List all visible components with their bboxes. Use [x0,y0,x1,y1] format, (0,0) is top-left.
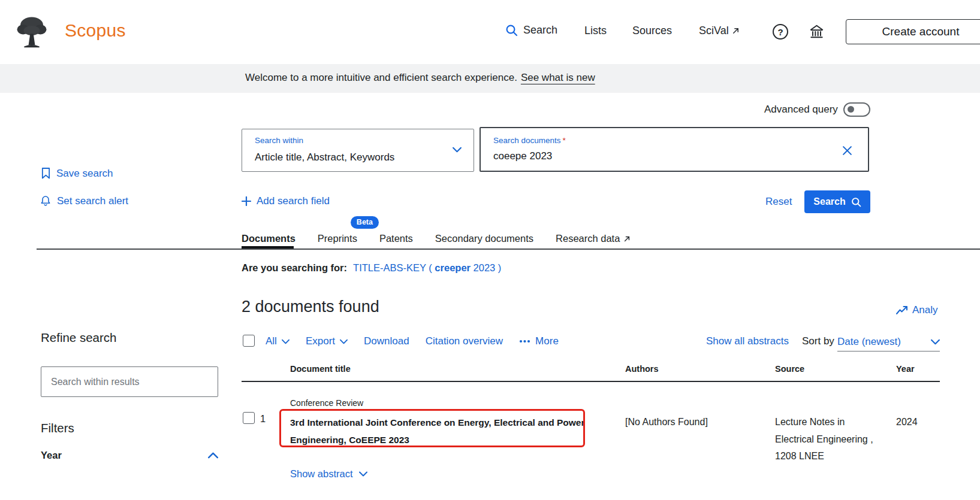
query-suggestion: Are you searching for: TITLE-ABS-KEY ( c… [242,262,501,274]
brand-wordmark: Scopus [65,20,126,41]
search-icon [505,24,518,37]
column-header-title: Document title [290,364,351,374]
chevron-up-icon [208,452,218,459]
export-dropdown[interactable]: Export [306,335,348,347]
results-count: 2 documents found [242,298,379,316]
set-search-alert-button[interactable]: Set search alert [40,195,128,207]
tabs-divider [37,249,980,250]
authors-cell: [No Authors Found] [625,414,708,431]
toggle-knob [848,106,854,113]
result-tabs: Documents Preprints Beta Patents Seconda… [242,233,631,244]
search-within-label: Search within [255,136,303,145]
banner-message: Welcome to a more intuitive and efficien… [245,72,517,84]
create-account-button[interactable]: Create account [846,19,980,44]
advanced-query-label: Advanced query [764,104,838,116]
chevron-down-icon [931,339,940,345]
tab-preprints-label: Preprints [318,233,357,244]
add-search-field-button[interactable]: Add search field [242,195,330,207]
search-within-results-input[interactable] [41,366,218,397]
search-submit-button[interactable]: Search [804,190,870,213]
tab-patents[interactable]: Patents [379,233,413,244]
sort-dropdown[interactable]: Date (newest) [837,333,940,351]
document-type: Conference Review [290,398,363,408]
search-documents-field[interactable]: Search documents* [480,127,869,172]
save-search-label: Save search [56,168,113,180]
tab-research-data-label: Research data [556,233,620,244]
filter-year-label: Year [41,450,62,461]
search-within-select[interactable]: Search within Article title, Abstract, K… [242,129,474,172]
document-title-link[interactable]: 3rd International Joint Conference on En… [290,414,590,449]
source-cell: Lecture Notes in Electrical Engineering … [775,414,881,465]
column-header-year: Year [896,364,915,374]
analyze-results-link[interactable]: Analy [896,304,938,316]
nav-sources[interactable]: Sources [632,25,672,37]
institution-icon[interactable] [809,24,825,40]
nav-lists[interactable]: Lists [584,25,607,37]
column-header-source: Source [775,364,804,374]
nav-search[interactable]: Search [505,24,557,37]
save-search-button[interactable]: Save search [41,167,113,180]
query-pre: TITLE-ABS-KEY ( [353,262,435,273]
more-dropdown[interactable]: More [519,335,559,347]
download-button[interactable]: Download [364,335,409,347]
select-all-checkbox[interactable] [243,335,255,347]
tab-documents[interactable]: Documents [242,233,295,244]
chevron-down-icon [340,339,348,344]
beta-badge: Beta [351,216,379,229]
elsevier-tree-logo [14,14,49,49]
analyze-results-label: Analy [912,304,938,316]
clear-input-icon[interactable] [842,146,852,156]
chevron-down-icon [282,339,290,344]
bell-icon [40,195,52,207]
plus-icon [242,196,251,206]
search-button-magnifier-icon [851,197,861,207]
reset-button[interactable]: Reset [765,196,792,208]
external-link-icon [623,235,631,243]
filters-heading: Filters [41,421,74,435]
search-documents-label-text: Search documents [493,136,561,145]
tab-secondary-documents[interactable]: Secondary documents [435,233,533,244]
required-asterisk: * [563,136,566,145]
export-label: Export [306,335,335,347]
chevron-down-icon [359,471,367,477]
add-search-field-label: Add search field [257,195,330,207]
scopus-page: Scopus Search Lists Sources SciVal ? Cre… [0,0,980,500]
suggested-query-link[interactable]: TITLE-ABS-KEY ( creeper 2023 ) [353,262,501,274]
more-label: More [535,335,559,347]
search-within-value: Article title, Abstract, Keywords [255,151,394,163]
set-search-alert-label: Set search alert [57,195,128,207]
help-icon[interactable]: ? [773,24,788,40]
row-checkbox[interactable] [243,412,255,424]
nav-search-label: Search [523,24,557,37]
select-all-label: All [266,335,277,347]
active-tab-underline [242,246,294,249]
bookmark-icon [41,167,51,180]
filter-year-toggle[interactable]: Year [41,450,218,461]
refine-search-heading: Refine search [41,331,116,345]
search-documents-input[interactable] [493,150,817,162]
citation-overview-button[interactable]: Citation overview [426,335,503,347]
line-chart-icon [896,305,908,316]
search-button-label: Search [813,196,845,207]
show-all-abstracts-button[interactable]: Show all abstracts [706,335,789,347]
search-documents-label: Search documents* [493,136,566,145]
tab-research-data[interactable]: Research data [556,233,631,244]
nav-scival[interactable]: SciVal [699,25,740,37]
year-cell: 2024 [896,414,918,431]
table-header-divider [242,381,940,382]
external-link-icon [732,27,740,35]
results-toolbar: All Export Download Citation overview Mo… [266,334,559,349]
select-all-dropdown[interactable]: All [266,335,290,347]
nav-scival-label: SciVal [699,25,729,37]
sort-by-label: Sort by [802,335,834,347]
welcome-banner: Welcome to a more intuitive and efficien… [0,64,980,93]
row-index: 1 [260,413,266,425]
suggestion-prefix: Are you searching for: [242,262,347,274]
sort-value: Date (newest) [837,336,901,348]
tab-preprints[interactable]: Preprints Beta [318,233,357,244]
show-abstract-button[interactable]: Show abstract [290,468,367,480]
chevron-down-icon [453,147,462,153]
query-post: 2023 ) [471,262,501,273]
see-what-is-new-link[interactable]: See what is new [521,72,595,84]
advanced-query-toggle[interactable] [843,102,870,117]
